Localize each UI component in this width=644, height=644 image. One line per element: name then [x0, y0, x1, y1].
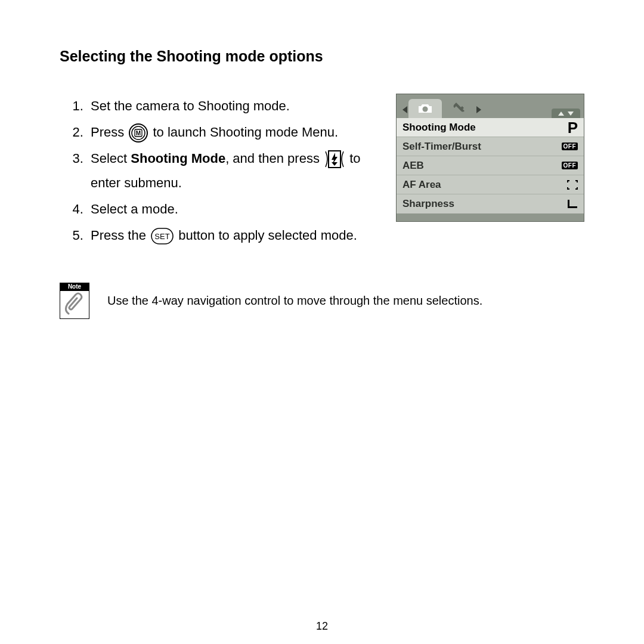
page-number: 12: [0, 620, 644, 633]
section-heading: Selecting the Shooting mode options: [60, 48, 584, 65]
step-4: Select a mode.: [87, 197, 378, 222]
instruction-column: Set the camera to Shooting mode. Press M…: [60, 94, 378, 249]
step-1: Set the camera to Shooting mode.: [87, 94, 378, 119]
camera-lcd-panel: Shooting ModePSelf-Timer/BurstOFFAEBOFFA…: [396, 94, 584, 222]
flash-down-icon: [324, 149, 345, 169]
step-5-a: Press the: [91, 228, 150, 243]
tab-shooting[interactable]: [408, 99, 442, 118]
step-3-b: , and then press: [225, 151, 323, 166]
lcd-value-sharpness-icon: [567, 199, 578, 209]
lcd-value-off-badge: OFF: [562, 143, 578, 150]
step-1-text: Set the camera to Shooting mode.: [91, 98, 290, 113]
tab-setup[interactable]: [442, 99, 475, 118]
note-label: Note: [60, 283, 89, 290]
set-button-icon: SET: [151, 228, 174, 244]
svg-point-9: [423, 107, 428, 112]
lcd-row-self-timer-burst[interactable]: Self-Timer/BurstOFF: [397, 137, 584, 156]
wrench-icon: [451, 103, 466, 114]
tab-arrow-right-icon: [476, 106, 481, 113]
lcd-tab-bar: [397, 94, 584, 118]
lcd-value-afarea-icon: [567, 180, 578, 190]
lcd-row-aeb[interactable]: AEBOFF: [397, 156, 584, 175]
step-3-a: Select: [91, 151, 131, 166]
lcd-menu-list: Shooting ModePSelf-Timer/BurstOFFAEBOFFA…: [397, 118, 584, 213]
lcd-row-label: Shooting Mode: [402, 122, 476, 134]
step-2-a: Press: [91, 125, 128, 140]
tab-arrow-left-icon: [402, 106, 407, 113]
note-text: Use the 4-way navigation control to move…: [107, 294, 482, 308]
lcd-row-label: AEB: [402, 160, 424, 172]
lcd-row-af-area[interactable]: AF Area: [397, 175, 584, 194]
step-5-b: button to apply selected mode.: [178, 228, 357, 243]
step-4-text: Select a mode.: [91, 202, 178, 216]
step-5: Press the SET button to apply selected m…: [87, 223, 378, 248]
step-2-b: to launch Shooting mode Menu.: [153, 125, 338, 140]
step-3: Select Shooting Mode, and then press to …: [87, 146, 378, 196]
lcd-row-shooting-mode[interactable]: Shooting ModeP: [397, 118, 584, 137]
step-3-bold: Shooting Mode: [131, 151, 225, 166]
lcd-row-label: AF Area: [402, 179, 441, 191]
camera-icon: [417, 103, 433, 114]
note-icon: Note: [60, 283, 89, 320]
lcd-row-label: Self-Timer/Burst: [402, 141, 481, 153]
paperclip-icon: [60, 291, 90, 320]
m-button-icon: M: [129, 123, 148, 143]
lcd-value-p-icon: P: [568, 120, 578, 135]
lcd-value-off-badge: OFF: [562, 162, 578, 169]
step-2: Press M to launch Shooting mode Menu.: [87, 120, 378, 145]
nav-up-down-icon: [552, 109, 580, 118]
svg-text:M: M: [136, 130, 141, 137]
lcd-row-label: Sharpness: [402, 198, 454, 210]
lcd-row-sharpness[interactable]: Sharpness: [397, 194, 584, 213]
svg-text:SET: SET: [154, 232, 169, 241]
